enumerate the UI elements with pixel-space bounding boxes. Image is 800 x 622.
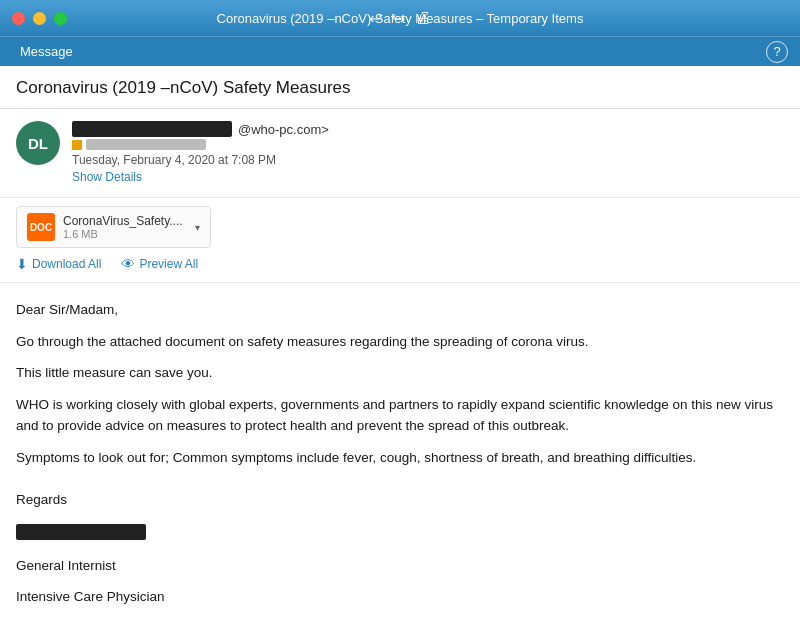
email-subject: Coronavirus (2019 –nCoV) Safety Measures <box>16 78 784 98</box>
email-subject-bar: Coronavirus (2019 –nCoV) Safety Measures <box>0 66 800 109</box>
dropdown-icon[interactable]: ▾ <box>195 222 200 233</box>
sender-name-row: @who-pc.com> <box>72 121 784 137</box>
window-controls <box>12 12 67 25</box>
email-container: Coronavirus (2019 –nCoV) Safety Measures… <box>0 66 800 622</box>
sender-sub-redacted <box>86 139 206 150</box>
avatar: DL <box>16 121 60 165</box>
sender-sub-row <box>72 139 784 150</box>
help-button[interactable]: ? <box>766 41 788 63</box>
attachment-area: DOC CoronaVirus_Safety.... 1.6 MB ▾ ⬇ Do… <box>0 198 800 283</box>
close-button[interactable] <box>12 12 25 25</box>
download-all-button[interactable]: ⬇ Download All <box>16 256 101 272</box>
title-1: General Internist <box>16 555 784 577</box>
name-redacted <box>16 524 146 540</box>
title-bar: ↩ ↪ 🖨 Coronavirus (2019 –nCoV) Safety Me… <box>0 0 800 36</box>
regards-label: Regards <box>16 489 784 511</box>
attachment-size: 1.6 MB <box>63 228 183 240</box>
attachment-details: CoronaVirus_Safety.... 1.6 MB <box>63 214 183 240</box>
menu-message[interactable]: Message <box>12 40 81 63</box>
minimize-button[interactable] <box>33 12 46 25</box>
menu-bar: Message ? <box>0 36 800 66</box>
sender-indicator <box>72 140 82 150</box>
eye-icon: 👁 <box>121 256 135 272</box>
attachment-name: CoronaVirus_Safety.... <box>63 214 183 228</box>
maximize-button[interactable] <box>54 12 67 25</box>
email-date: Tuesday, February 4, 2020 at 7:08 PM <box>72 153 784 167</box>
sender-name-redacted <box>72 121 232 137</box>
email-body: Dear Sir/Madam, Go through the attached … <box>0 283 800 622</box>
body-line-1: Dear Sir/Madam, <box>16 299 784 321</box>
regards-section: Regards General Internist Intensive Care… <box>16 489 784 622</box>
title-2: Intensive Care Physician <box>16 586 784 608</box>
download-cloud-icon: ⬇ <box>16 256 28 272</box>
attachment-item[interactable]: DOC CoronaVirus_Safety.... 1.6 MB ▾ <box>16 206 211 248</box>
body-line-3: This little measure can save you. <box>16 362 784 384</box>
body-line-5: Symptoms to look out for; Common symptom… <box>16 447 784 469</box>
attachment-actions: ⬇ Download All 👁 Preview All <box>16 256 784 276</box>
show-details-link[interactable]: Show Details <box>72 170 142 184</box>
sender-email: @who-pc.com> <box>238 122 329 137</box>
email-header: DL @who-pc.com> Tuesday, February 4, 202… <box>0 109 800 198</box>
preview-all-button[interactable]: 👁 Preview All <box>121 256 198 272</box>
window-title: Coronavirus (2019 –nCoV) Safety Measures… <box>217 11 584 26</box>
body-line-4: WHO is working closely with global exper… <box>16 394 784 437</box>
title-3: WHO Plague Prevention & Control <box>16 618 784 622</box>
preview-all-label: Preview All <box>139 257 198 271</box>
download-all-label: Download All <box>32 257 101 271</box>
body-line-2: Go through the attached document on safe… <box>16 331 784 353</box>
sender-info: @who-pc.com> Tuesday, February 4, 2020 a… <box>72 121 784 185</box>
attachment-file-icon: DOC <box>27 213 55 241</box>
